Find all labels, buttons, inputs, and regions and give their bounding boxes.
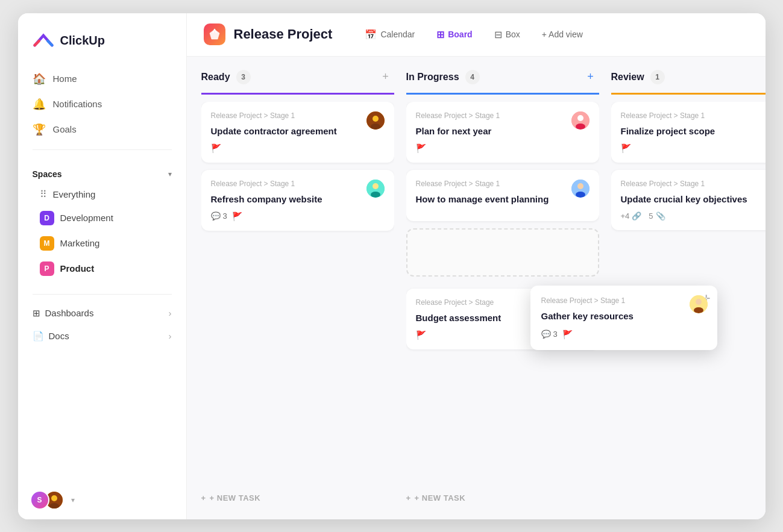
new-task-label: + NEW TASK: [210, 493, 261, 502]
app-container: ClickUp 🏠 Home 🔔 Notifications 🏆 Goals S…: [18, 13, 766, 519]
sidebar-item-dashboards[interactable]: ⊞ Dashboards ›: [25, 302, 179, 325]
flag-red-icon: 🚩: [416, 143, 426, 153]
sidebar-item-product[interactable]: P Product: [33, 257, 172, 281]
task-cards-ready: Release Project > Stage 1 Update contrac…: [201, 102, 394, 481]
svg-point-8: [371, 192, 380, 198]
floating-card-title: Gather key resources: [541, 310, 706, 322]
project-icon: [204, 23, 225, 45]
column-title-area-review: Review 1: [611, 70, 665, 84]
task-meta: Release Project > Stage 1: [416, 180, 590, 188]
new-task-ready-btn[interactable]: + + NEW TASK: [201, 489, 394, 507]
sidebar-item-marketing[interactable]: M Marketing: [33, 231, 172, 255]
sidebar-item-notifications[interactable]: 🔔 Notifications: [25, 92, 179, 117]
spaces-section: Spaces ▾ ⠿ Everything D Development M Ma…: [18, 157, 186, 287]
view-calendar-btn[interactable]: 📅 Calendar: [356, 25, 423, 44]
task-card[interactable]: Release Project > Stage 1 Update contrac…: [201, 102, 394, 163]
floating-card-badges: 💬 3 🚩: [541, 330, 573, 339]
attachment-icon: 📎: [656, 211, 665, 221]
dashboards-label: Dashboards: [45, 308, 94, 318]
notifications-icon: 🔔: [33, 98, 46, 111]
attachment-count: 5 📎: [649, 211, 665, 221]
flag-red-icon: 🚩: [621, 143, 631, 153]
sidebar-item-home[interactable]: 🏠 Home: [25, 66, 179, 92]
task-card[interactable]: Release Project > Stage 1 Finalize proje…: [611, 102, 766, 163]
column-count-ready: 3: [236, 70, 251, 84]
column-title-area-in-progress: In Progress 4: [406, 70, 480, 84]
task-avatar: [571, 111, 590, 130]
comment-icon: 💬: [541, 330, 551, 339]
calendar-icon: 📅: [365, 29, 377, 40]
task-card[interactable]: Release Project > Stage 1 Refresh compan…: [201, 170, 394, 231]
task-card[interactable]: Release Project > Stage 1 Update crucial…: [611, 170, 766, 230]
attachment-count-label: 5: [649, 211, 653, 221]
column-header-in-progress: In Progress 4 +: [406, 69, 599, 95]
spaces-header[interactable]: Spaces ▾: [33, 169, 172, 179]
sidebar-item-everything[interactable]: ⠿ Everything: [33, 184, 172, 205]
task-card[interactable]: Release Project > Stage 1 How to manage …: [406, 170, 599, 221]
product-badge: P: [40, 261, 54, 276]
main-content: Release Project 📅 Calendar ⊞ Board ⊟ Box…: [187, 13, 766, 519]
add-card-in-progress-btn[interactable]: +: [582, 69, 599, 86]
product-label: Product: [60, 263, 95, 274]
sidebar-item-goals[interactable]: 🏆 Goals: [25, 117, 179, 142]
add-view-btn[interactable]: + Add view: [533, 26, 591, 43]
add-card-ready-btn[interactable]: +: [377, 69, 394, 86]
column-count-review: 1: [650, 70, 665, 84]
notifications-label: Notifications: [53, 99, 102, 109]
dashboards-icon: ⊞: [33, 308, 40, 319]
everything-label: Everything: [53, 189, 96, 199]
floating-card-avatar: [690, 295, 708, 313]
plus-icon: +: [406, 493, 411, 502]
user-area[interactable]: S ▾: [18, 481, 186, 519]
floating-card[interactable]: ✛ Release Project > Stage 1 Gather key r…: [530, 286, 717, 350]
task-title: Plan for next year: [416, 125, 590, 137]
new-task-in-progress-btn[interactable]: + + NEW TASK: [406, 489, 599, 507]
avatar-stack: S: [30, 490, 64, 510]
project-title-area: Release Project: [204, 23, 333, 45]
user-avatar-primary: S: [30, 490, 49, 510]
column-title-area-ready: Ready 3: [201, 70, 251, 84]
page-header: Release Project 📅 Calendar ⊞ Board ⊟ Box…: [187, 13, 766, 57]
svg-point-23: [694, 307, 703, 313]
svg-point-5: [371, 124, 380, 130]
svg-point-14: [576, 192, 585, 198]
docs-label: Docs: [49, 331, 69, 341]
svg-point-7: [373, 183, 379, 189]
svg-point-22: [696, 299, 702, 305]
home-icon: 🏠: [33, 72, 46, 86]
sidebar-item-docs[interactable]: 📄 Docs ›: [25, 325, 179, 348]
goals-icon: 🏆: [33, 123, 46, 136]
box-icon: ⊟: [494, 29, 502, 40]
task-title: Finalize project scope: [621, 125, 766, 137]
task-avatar: [366, 111, 385, 130]
divider-2: [33, 294, 172, 295]
goals-label: Goals: [53, 124, 77, 134]
comment-badge: 💬 3: [211, 211, 227, 221]
chevron-right-icon: ›: [169, 308, 172, 318]
task-extras: +4 🔗 5 📎: [621, 211, 665, 221]
task-title: How to manage event planning: [416, 193, 590, 205]
task-meta: Release Project > Stage 1: [416, 111, 590, 120]
svg-point-11: [576, 124, 585, 130]
view-box-btn[interactable]: ⊟ Box: [486, 25, 529, 44]
marketing-badge: M: [40, 236, 54, 251]
task-card[interactable]: Release Project > Stage 1 Plan for next …: [406, 102, 599, 163]
header-views: 📅 Calendar ⊞ Board ⊟ Box + Add view: [356, 25, 591, 44]
svg-point-1: [51, 495, 57, 501]
development-badge: D: [40, 211, 54, 225]
comment-icon: 💬: [211, 211, 221, 221]
task-title: Refresh company website: [211, 193, 385, 205]
floating-comment-badge: 💬 3: [541, 330, 558, 339]
project-name: Release Project: [234, 27, 333, 42]
sidebar-item-development[interactable]: D Development: [33, 206, 172, 230]
floating-card-meta: Release Project > Stage 1: [541, 296, 706, 305]
sidebar: ClickUp 🏠 Home 🔔 Notifications 🏆 Goals S…: [18, 13, 187, 519]
new-task-label: + NEW TASK: [415, 493, 466, 502]
task-meta: Release Project > Stage 1: [621, 111, 766, 120]
view-board-btn[interactable]: ⊞ Board: [428, 25, 480, 44]
column-count-in-progress: 4: [465, 70, 480, 84]
column-header-ready: Ready 3 +: [201, 69, 394, 95]
floating-card-footer: 💬 3 🚩: [541, 330, 706, 339]
logo-area: ClickUp: [18, 13, 186, 66]
board-area: Ready 3 + Release Project > Stage 1 Upda…: [187, 57, 766, 519]
